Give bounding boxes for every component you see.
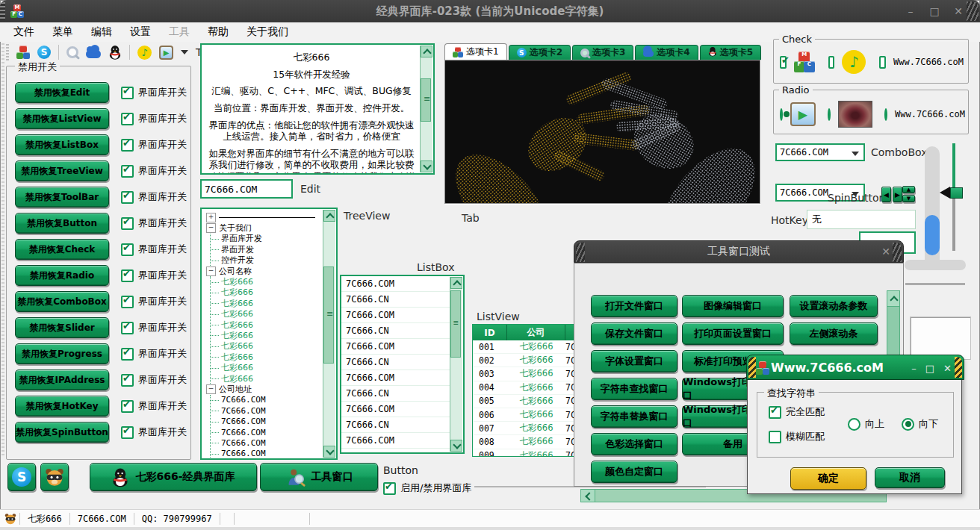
- list-item[interactable]: 7C666.COM: [341, 339, 451, 355]
- disable-button-4[interactable]: 禁用恢复TreeView: [15, 160, 109, 181]
- disable-button-10[interactable]: 禁用恢复Slider: [15, 317, 109, 338]
- slider-track-lower[interactable]: [952, 193, 955, 251]
- slider-track-upper[interactable]: [952, 143, 955, 193]
- skype-button[interactable]: S: [7, 463, 36, 491]
- menu-item-菜单[interactable]: 菜单: [52, 25, 73, 39]
- spin-down-icon[interactable]: ▼: [902, 195, 915, 202]
- table-row[interactable]: 004七彩6667C6: [473, 381, 589, 395]
- main-qq-button[interactable]: 七彩666-经典界面库: [90, 463, 257, 491]
- tree-leaf[interactable]: 七彩666: [211, 330, 323, 340]
- ok-button[interactable]: 确定: [790, 467, 866, 490]
- column-header[interactable]: ID: [473, 325, 507, 340]
- disable-button-13[interactable]: 禁用恢复HotKey: [15, 396, 109, 417]
- library-switch-checkbox[interactable]: [121, 113, 134, 125]
- table-row[interactable]: 005七彩6667C6: [473, 395, 589, 408]
- scroll-up-icon[interactable]: [323, 210, 335, 222]
- toolbar-grip[interactable]: [6, 44, 9, 60]
- tool-button-保存文件窗口[interactable]: 保存文件窗口: [591, 322, 677, 345]
- about-scrollbar[interactable]: [420, 46, 432, 172]
- tool-button-左侧滚动条[interactable]: 左侧滚动条: [790, 322, 878, 345]
- disable-button-6[interactable]: 禁用恢复Button: [15, 213, 109, 234]
- close-button[interactable]: ✕: [952, 5, 965, 17]
- close-icon[interactable]: ✕: [879, 246, 893, 258]
- library-switch-checkbox[interactable]: [121, 139, 134, 152]
- list-item[interactable]: 7C666.CN: [341, 417, 451, 433]
- tree-leaf[interactable]: 七彩666: [211, 276, 323, 287]
- scroll-down-icon[interactable]: [421, 160, 432, 172]
- library-switch-checkbox[interactable]: [121, 322, 134, 334]
- checkbox-music[interactable]: [828, 56, 835, 69]
- tool-window-titlebar[interactable]: 工具窗口测试 ✕: [574, 240, 904, 263]
- tree-leaf[interactable]: 七彩666: [211, 352, 323, 362]
- tree-leaf[interactable]: 7C666.COM: [211, 395, 323, 405]
- menu-item-文件[interactable]: 文件: [13, 25, 34, 39]
- radio-photo[interactable]: [828, 108, 831, 121]
- tree-leaf[interactable]: 七彩666: [211, 287, 323, 298]
- disable-button-7[interactable]: 禁用恢复Check: [15, 239, 109, 260]
- fuzzy-match-checkbox[interactable]: [769, 431, 781, 443]
- scroll-thumb[interactable]: [450, 290, 461, 358]
- find-dialog[interactable]: Www.7C666.coM – □ ✕ 查找字符串 完全匹配 模糊匹配 向上 向…: [747, 357, 962, 494]
- tree-node[interactable]: −公司地址: [206, 384, 323, 394]
- list-item[interactable]: 7C666.CN: [341, 449, 451, 454]
- library-switch-checkbox[interactable]: [121, 87, 134, 99]
- table-row[interactable]: 007七彩6667C6: [473, 422, 589, 435]
- about-textbox[interactable]: 七彩66615年软件开发经验汇编、驱动、C、C++、MFC、调试、BUG修复当前…: [200, 43, 435, 175]
- tree-leaf[interactable]: 7C666.COM: [211, 437, 323, 448]
- hotkey-input[interactable]: 无: [807, 210, 916, 229]
- tab-3[interactable]: 选项卡3: [572, 45, 633, 60]
- scroll-thumb[interactable]: [421, 78, 431, 122]
- tree-leaf[interactable]: 七彩666: [211, 373, 323, 384]
- tree-leaf[interactable]: 7C666.COM: [211, 405, 323, 416]
- maximize-button[interactable]: □: [928, 5, 941, 17]
- video-icon[interactable]: ▶: [159, 46, 173, 60]
- library-switch-checkbox[interactable]: [121, 348, 134, 361]
- library-switch-checkbox[interactable]: [121, 374, 134, 387]
- tool-button-字符串查找窗口[interactable]: 字符串查找窗口: [591, 378, 677, 400]
- tab-5[interactable]: 选项卡5: [700, 45, 761, 60]
- menu-item-编辑[interactable]: 编辑: [91, 25, 112, 39]
- chevron-down-icon[interactable]: [852, 152, 859, 156]
- tool-window-button[interactable]: 工具窗口: [260, 463, 378, 491]
- list-item[interactable]: 7C666.COM: [341, 308, 451, 323]
- tree-node[interactable]: −公司名称: [206, 266, 323, 276]
- tool-button-字体设置窗口[interactable]: 字体设置窗口: [591, 350, 677, 372]
- library-switch-checkbox[interactable]: [121, 400, 134, 413]
- tool-button-字符串替换窗口[interactable]: 字符串替换窗口: [591, 405, 677, 428]
- scroll-up-icon[interactable]: [450, 277, 462, 289]
- library-switch-checkbox[interactable]: [121, 296, 134, 308]
- listview[interactable]: ID公司 001七彩6667C6002七彩6667C6003七彩6667C600…: [472, 324, 590, 457]
- table-row[interactable]: 002七彩6667C6: [473, 354, 589, 367]
- library-switch-checkbox[interactable]: [121, 269, 134, 282]
- tree-root[interactable]: +: [206, 212, 323, 222]
- tool-button-颜色自定窗口[interactable]: 颜色自定窗口: [591, 461, 677, 483]
- minimize-button[interactable]: –: [904, 5, 917, 17]
- disable-button-8[interactable]: 禁用恢复Radio: [15, 265, 109, 286]
- listbox[interactable]: 7C666.COM7C666.CN7C666.COM7C666.CN7C666.…: [340, 275, 465, 454]
- radio-text[interactable]: [884, 108, 887, 121]
- vertical-scrollbar[interactable]: [925, 146, 940, 269]
- list-item[interactable]: 7C666.CN: [341, 355, 451, 370]
- disable-button-11[interactable]: 禁用恢复Progress: [15, 343, 109, 364]
- list-item[interactable]: 7C666.COM: [341, 370, 451, 386]
- maximize-button[interactable]: □: [925, 363, 934, 374]
- tree-leaf[interactable]: 7C666.COM: [211, 416, 323, 426]
- qq-icon[interactable]: [108, 45, 122, 60]
- listview-header[interactable]: ID公司: [473, 325, 589, 340]
- tree-collapse-icon[interactable]: −: [206, 266, 216, 276]
- tree-leaf[interactable]: 七彩666: [211, 319, 323, 330]
- scroll-down-icon[interactable]: [450, 440, 462, 452]
- library-switch-checkbox[interactable]: [121, 426, 134, 439]
- radio-video[interactable]: [780, 108, 783, 121]
- table-row[interactable]: 003七彩6667C6: [473, 367, 589, 381]
- skype-icon[interactable]: S: [37, 46, 51, 59]
- raccoon-button[interactable]: [40, 463, 69, 491]
- tree-expand-icon[interactable]: +: [206, 213, 216, 222]
- tree-leaf[interactable]: 七彩666: [211, 309, 323, 319]
- disable-button-9[interactable]: 禁用恢复ComboBox: [15, 291, 109, 312]
- tree-leaf[interactable]: 7C666.COM: [211, 427, 323, 437]
- library-switch-checkbox[interactable]: [121, 243, 134, 256]
- menu-item-关于我们[interactable]: 关于我们: [246, 25, 288, 39]
- tree-leaf[interactable]: 界面库开发: [211, 234, 323, 244]
- disable-button-12[interactable]: 禁用恢复IPAddress: [15, 370, 109, 390]
